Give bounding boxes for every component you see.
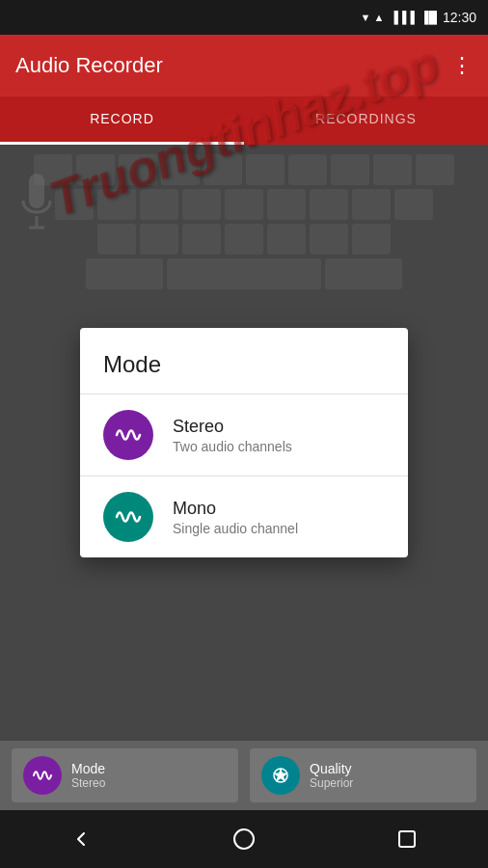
back-icon [69,827,93,851]
mono-icon [103,492,153,542]
more-options-icon[interactable]: ⋮ [451,53,473,78]
mono-text: Mono Single audio channel [173,499,298,536]
mono-subtitle: Single audio channel [173,521,298,536]
dialog-title: Mode [80,351,408,393]
mode-control-value: Stereo [71,776,105,790]
mode-dialog: Mode Stereo Two audio channels Mono [80,328,408,557]
mode-control-text: Mode Stereo [71,761,105,790]
main-content: Mode Stereo Two audio channels Mono [0,145,488,741]
quality-control-button[interactable]: Quality Superior [250,748,476,802]
back-button[interactable] [57,815,105,863]
mode-control-label: Mode [71,761,105,776]
tabs: RECORD RECORDINGS [0,96,488,145]
stereo-option[interactable]: Stereo Two audio channels [80,393,408,475]
app-bar: Audio Recorder ⋮ [0,35,488,96]
signal-icon: ▼ ▲ [361,12,385,23]
quality-control-label: Quality [310,761,353,776]
waveform-mode-svg [33,766,52,785]
quality-control-text: Quality Superior [310,761,353,790]
mono-option[interactable]: Mono Single audio channel [80,475,408,557]
tab-recordings[interactable]: RECORDINGS [244,96,488,145]
mode-control-icon [23,756,62,795]
stereo-icon [103,410,153,460]
battery-icon: ▐█ [420,11,437,24]
app-title: Audio Recorder [15,53,163,78]
stereo-subtitle: Two audio channels [173,439,292,454]
recents-icon [395,827,419,851]
waveform-stereo-svg [115,421,142,448]
stereo-text: Stereo Two audio channels [173,417,292,454]
bottom-controls: Mode Stereo Quality Superior [0,741,488,810]
tab-record[interactable]: RECORD [0,96,244,145]
waveform-mono-svg [115,503,142,530]
quality-icon-svg [271,766,290,785]
status-icons: ▼ ▲ ▐▐▐ ▐█ 12:30 [361,10,476,25]
status-bar: ▼ ▲ ▐▐▐ ▐█ 12:30 [0,0,488,35]
home-icon [232,827,256,851]
navigation-bar [0,810,488,868]
mono-title: Mono [173,499,298,519]
svg-rect-5 [399,831,415,847]
quality-control-value: Superior [310,776,353,790]
svg-point-4 [234,829,254,849]
home-button[interactable] [220,815,268,863]
network-icon: ▐▐▐ [390,11,415,24]
status-time: 12:30 [443,10,476,25]
stereo-title: Stereo [173,417,292,437]
mode-control-button[interactable]: Mode Stereo [12,748,238,802]
recents-button[interactable] [383,815,431,863]
quality-control-icon [261,756,300,795]
